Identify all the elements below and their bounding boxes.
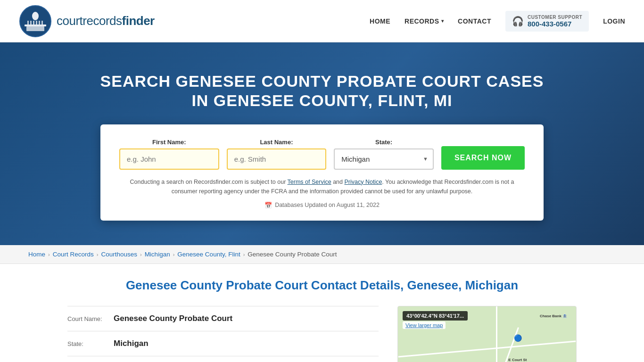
svg-rect-6	[33, 21, 34, 25]
hero-section: SEARCH GENESEE COUNTY PROBATE COURT CASE…	[0, 42, 644, 245]
svg-rect-2	[25, 25, 46, 26]
hero-content: SEARCH GENESEE COUNTY PROBATE COURT CASE…	[96, 72, 548, 221]
nav-contact[interactable]: CONTACT	[458, 17, 491, 25]
first-name-label: First Name:	[119, 139, 219, 146]
breadcrumb-sep-1: ›	[48, 252, 50, 257]
map-road-vertical	[496, 306, 497, 362]
section-title: Genesee County Probate Court Contact Det…	[67, 278, 577, 293]
first-name-field-group: First Name:	[119, 139, 219, 170]
map-container[interactable]: Chase Bank 🏦 E Court St Soriano'sMexican…	[397, 306, 577, 362]
svg-rect-4	[27, 21, 29, 25]
breadcrumb-genesee-flint[interactable]: Genesee County, Flint	[177, 251, 240, 258]
logo-text: courtrecordsfinder	[57, 14, 155, 28]
db-updated: 📅 Databases Updated on August 11, 2022	[119, 202, 525, 209]
map-court-label: E Court St	[508, 358, 527, 362]
svg-rect-7	[36, 21, 37, 25]
logo-icon	[19, 5, 52, 38]
svg-rect-3	[26, 26, 44, 31]
breadcrumb: Home › Court Records › Courthouses › Mic…	[28, 251, 616, 258]
breadcrumb-michigan[interactable]: Michigan	[145, 251, 170, 258]
support-label: CUSTOMER SUPPORT	[528, 15, 582, 20]
map-view-larger-link[interactable]: View larger map	[403, 321, 446, 329]
map-area: Chase Bank 🏦 E Court St Soriano'sMexican…	[397, 306, 577, 362]
state-value: Michigan	[114, 339, 149, 348]
map-bank-label: Chase Bank 🏦	[540, 314, 567, 318]
breadcrumb-courthouses[interactable]: Courthouses	[101, 251, 137, 258]
state-select-wrapper: MichiganAlabamaAlaskaArizonaArkansasCali…	[334, 148, 434, 170]
first-name-input[interactable]	[119, 148, 219, 170]
privacy-link[interactable]: Privacy Notice	[344, 179, 382, 185]
calendar-icon: 📅	[264, 202, 272, 209]
hero-title: SEARCH GENESEE COUNTY PROBATE COURT CASE…	[96, 72, 548, 110]
svg-point-1	[32, 12, 39, 20]
map-road-horizontal	[398, 341, 576, 358]
main-nav: HOME RECORDS ▾ CONTACT 🎧 CUSTOMER SUPPOR…	[370, 11, 625, 32]
details-layout: Court Name: Genesee County Probate Court…	[67, 306, 577, 362]
main-content: Genesee County Probate Court Contact Det…	[39, 264, 605, 362]
breadcrumb-sep-5: ›	[243, 252, 245, 257]
svg-point-0	[20, 6, 51, 37]
search-fields: First Name: Last Name: State: MichiganAl…	[119, 139, 525, 170]
details-left: Court Name: Genesee County Probate Court…	[67, 306, 379, 362]
court-name-label: Court Name:	[67, 315, 110, 322]
chevron-down-icon: ▾	[441, 18, 444, 24]
search-box: First Name: Last Name: State: MichiganAl…	[100, 124, 544, 221]
court-name-value: Genesee County Probate Court	[114, 314, 232, 323]
svg-rect-8	[39, 21, 40, 25]
disclaimer-text: Conducting a search on Recordsfinder.com…	[119, 177, 525, 196]
support-phone[interactable]: 800-433-0567	[528, 20, 582, 28]
court-name-row: Court Name: Genesee County Probate Court	[67, 306, 379, 331]
logo[interactable]: courtrecordsfinder	[19, 5, 155, 38]
breadcrumb-bar: Home › Court Records › Courthouses › Mic…	[0, 245, 644, 264]
state-label: State:	[334, 139, 434, 146]
breadcrumb-sep-3: ›	[140, 252, 142, 257]
terms-link[interactable]: Terms of Service	[288, 179, 331, 185]
breadcrumb-current: Genesee County Probate Court	[248, 251, 337, 258]
breadcrumb-court-records[interactable]: Court Records	[53, 251, 94, 258]
search-button[interactable]: SEARCH NOW	[441, 146, 525, 170]
phone-headset-icon: 🎧	[512, 16, 524, 27]
svg-rect-5	[30, 21, 32, 25]
login-button[interactable]: LOGIN	[603, 17, 625, 25]
nav-records[interactable]: RECORDS ▾	[405, 17, 444, 25]
state-label-detail: State:	[67, 340, 110, 347]
support-block: 🎧 CUSTOMER SUPPORT 800-433-0567	[505, 11, 589, 32]
breadcrumb-sep-2: ›	[97, 252, 99, 257]
last-name-label: Last Name:	[227, 139, 327, 146]
state-select[interactable]: MichiganAlabamaAlaskaArizonaArkansasCali…	[334, 148, 434, 170]
last-name-field-group: Last Name:	[227, 139, 327, 170]
map-blue-pin-icon: 🔵	[514, 334, 522, 342]
breadcrumb-sep-4: ›	[173, 252, 175, 257]
nav-home[interactable]: HOME	[370, 17, 390, 25]
state-row: State: Michigan	[67, 331, 379, 356]
last-name-input[interactable]	[227, 148, 327, 170]
breadcrumb-home[interactable]: Home	[28, 251, 45, 258]
state-field-group: State: MichiganAlabamaAlaskaArizonaArkan…	[334, 139, 434, 170]
svg-rect-9	[41, 21, 43, 25]
site-header: courtrecordsfinder HOME RECORDS ▾ CONTAC…	[0, 0, 644, 42]
map-coordinates: 43°00'42.4"N 83°41'17...	[403, 311, 468, 321]
